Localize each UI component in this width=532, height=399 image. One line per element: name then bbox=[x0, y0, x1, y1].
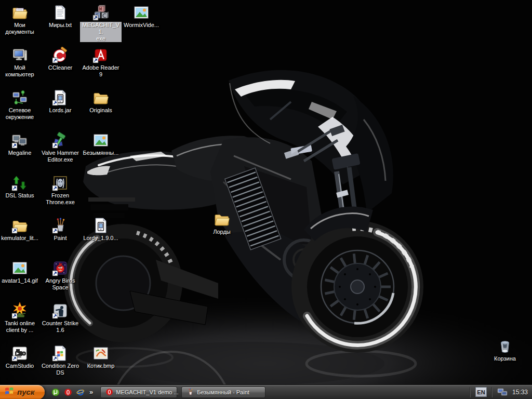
megaline-icon bbox=[11, 132, 28, 149]
desktop-icon-avatar-gif[interactable]: avatar1_14.gif bbox=[0, 260, 40, 284]
desktop-icon-label: Лорды bbox=[212, 229, 232, 235]
desktop-icon-frozen-throne[interactable]: Frozen Throne.exe bbox=[40, 175, 81, 206]
internet-explorer-icon[interactable] bbox=[76, 388, 85, 397]
desktop-icon-wormix-video[interactable]: WormixVide... bbox=[121, 4, 162, 29]
my-computer-icon bbox=[11, 47, 28, 63]
desktop-icon-kotik-bmp[interactable]: Котик.bmp bbox=[81, 345, 121, 369]
desktop-icon-lordy-folder[interactable]: Лорды bbox=[202, 211, 242, 235]
opera-icon[interactable] bbox=[63, 388, 73, 397]
desktop-icon-label: Lords.jar bbox=[48, 107, 73, 114]
tray-divider bbox=[470, 387, 471, 397]
desktop-icon-kemulator-lite[interactable]: kemulator_lit... bbox=[0, 217, 40, 242]
taskbar-window-buttons: MEGACHIT_V1 demo ... Безымянный - Paint bbox=[100, 387, 469, 398]
desktop-icon-lords-jar[interactable]: Lords.jar bbox=[40, 89, 81, 114]
jar-file-icon bbox=[92, 217, 109, 234]
folder-icon bbox=[11, 217, 28, 234]
counter-strike-icon bbox=[52, 302, 69, 319]
quick-launch-bar: » bbox=[51, 388, 93, 397]
acrobat-icon bbox=[92, 47, 109, 63]
ccleaner-icon bbox=[52, 47, 69, 63]
system-tray: EN 15:33 bbox=[469, 385, 532, 399]
desktop-icon-label: Корзина bbox=[493, 355, 517, 362]
front-wheel bbox=[299, 229, 416, 345]
start-button[interactable]: пуск bbox=[0, 385, 45, 399]
folder-documents-icon bbox=[11, 4, 28, 21]
tray-divider bbox=[491, 387, 493, 397]
camstudio-icon bbox=[11, 345, 28, 362]
desktop-icon-paint[interactable]: Paint bbox=[40, 217, 81, 242]
desktop[interactable]: Мои документыМиры.txtMEGACHIT_V1. exeWor… bbox=[0, 0, 532, 384]
desktop-icon-label: Paint bbox=[52, 235, 68, 242]
text-file-icon bbox=[52, 4, 69, 21]
desktop-icon-label: Котик.bmp bbox=[86, 363, 116, 369]
image-picture-icon bbox=[92, 132, 109, 149]
desktop-icon-label: Condition Zero DS bbox=[40, 363, 81, 376]
desktop-icon-miry-txt[interactable]: Миры.txt bbox=[40, 4, 81, 29]
start-button-label: пуск bbox=[17, 388, 34, 396]
desktop-icon-my-computer[interactable]: Мой компьютер bbox=[0, 47, 40, 78]
desktop-icon-valve-hammer-editor[interactable]: Valve Hammer Editor.exe bbox=[40, 132, 81, 163]
desktop-icon-label: CamStudio bbox=[5, 363, 35, 369]
desktop-icon-my-documents[interactable]: Мои документы bbox=[0, 4, 40, 35]
taskbar-window-label: MEGACHIT_V1 demo ... bbox=[116, 389, 178, 395]
taskbar: пуск » MEGACHIT_V1 demo ... bbox=[0, 384, 532, 399]
desktop-icon-label: Megaline bbox=[7, 150, 33, 156]
desktop-icon-ccleaner[interactable]: CCleaner bbox=[40, 47, 81, 71]
bitmap-image-icon bbox=[92, 345, 109, 362]
taskbar-window-label: Безымянный - Paint bbox=[197, 389, 249, 395]
desktop-icon-label: Valve Hammer Editor.exe bbox=[40, 150, 81, 163]
folder-icon bbox=[92, 89, 109, 106]
hammer-icon bbox=[52, 132, 69, 149]
desktop-icon-label: kemulator_lit... bbox=[0, 235, 39, 242]
taskbar-window-megachit[interactable]: MEGACHIT_V1 demo ... bbox=[100, 387, 177, 398]
language-indicator[interactable]: EN bbox=[475, 387, 487, 397]
desktop-icon-label: MEGACHIT_V1. exe bbox=[80, 22, 122, 42]
utorrent-icon[interactable] bbox=[51, 388, 60, 397]
dsl-arrows-icon bbox=[11, 175, 28, 191]
desktop-icon-bezymyannyi-image[interactable]: Безымянны... bbox=[81, 132, 121, 156]
desktop-icon-label: Frozen Throne.exe bbox=[40, 192, 81, 206]
desktop-icon-recycle-bin[interactable]: Корзина bbox=[485, 338, 525, 362]
desktop-icon-lordy-jar[interactable]: Lordy_1.9.0... bbox=[81, 217, 121, 242]
desktop-icon-condition-zero-ds[interactable]: Condition Zero DS bbox=[40, 345, 81, 376]
desktop-icon-label: Lordy_1.9.0... bbox=[82, 235, 119, 242]
desktop-icon-label: CCleaner bbox=[47, 64, 73, 71]
frozen-throne-icon bbox=[52, 175, 69, 191]
desktop-icon-counter-strike-16[interactable]: Counter Strike 1.6 bbox=[40, 302, 81, 334]
desktop-icon-label: WormixVide... bbox=[123, 22, 160, 29]
paint-cup-icon bbox=[52, 217, 69, 234]
recycle-bin-icon bbox=[497, 338, 513, 354]
desktop-icon-megachit-exe[interactable]: MEGACHIT_V1. exe bbox=[81, 4, 121, 42]
angry-birds-icon bbox=[52, 260, 69, 276]
desktop-icon-adobe-reader-9[interactable]: Adobe Reader 9 bbox=[81, 47, 121, 78]
desktop-icon-label: Миры.txt bbox=[48, 22, 73, 29]
desktop-icon-label: Counter Strike 1.6 bbox=[40, 320, 81, 334]
opera-icon bbox=[105, 388, 113, 396]
desktop-icon-camstudio[interactable]: CamStudio bbox=[0, 345, 40, 369]
desktop-icon-label: Безымянны... bbox=[82, 150, 120, 156]
image-picture-icon bbox=[11, 260, 28, 276]
desktop-icon-label: Angry Birds Space bbox=[40, 277, 81, 291]
quick-launch-overflow-chevron[interactable]: » bbox=[89, 388, 93, 396]
taskbar-window-paint[interactable]: Безымянный - Paint bbox=[181, 387, 265, 398]
desktop-icon-angry-birds-space[interactable]: Angry Birds Space bbox=[40, 260, 81, 291]
network-tray-icon[interactable] bbox=[497, 388, 508, 396]
desktop-icon-label: Adobe Reader 9 bbox=[81, 64, 121, 78]
desktop-icon-network-places[interactable]: Сетевое окружение bbox=[0, 89, 40, 121]
desktop-icon-tanki-online[interactable]: Tanki online client by ... bbox=[0, 302, 40, 334]
desktop-icon-label: Originals bbox=[88, 107, 113, 114]
cubes-app-icon bbox=[92, 4, 109, 21]
image-picture-icon bbox=[133, 4, 150, 21]
network-places-icon bbox=[11, 89, 28, 106]
tanki-explosion-icon bbox=[11, 302, 28, 319]
desktop-icon-label: Tanki online client by ... bbox=[0, 320, 40, 334]
desktop-icon-megaline[interactable]: Megaline bbox=[0, 132, 40, 156]
desktop-icon-dsl-status[interactable]: DSL Status bbox=[0, 175, 40, 199]
desktop-icon-label: Сетевое окружение bbox=[0, 107, 40, 121]
taskbar-clock[interactable]: 15:33 bbox=[512, 389, 528, 396]
windows-logo-icon bbox=[4, 386, 15, 398]
windows-file-icon bbox=[52, 345, 69, 362]
paint-icon bbox=[187, 388, 194, 396]
desktop-icon-originals-folder[interactable]: Originals bbox=[81, 89, 121, 114]
rear-wheel bbox=[71, 231, 175, 335]
